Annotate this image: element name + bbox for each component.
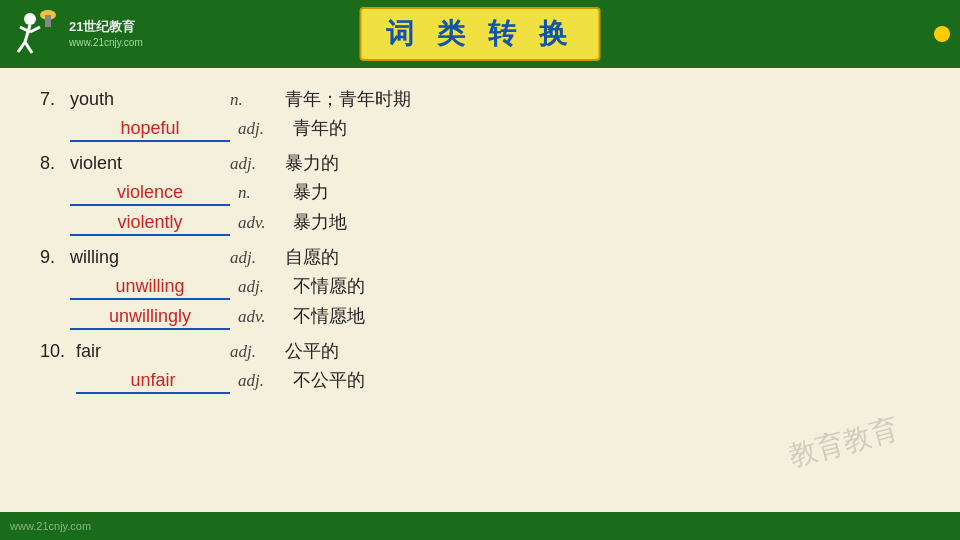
title-box: 词 类 转 换 [360,7,601,61]
item-8-chinese: 暴力的 [285,151,920,175]
item-10-chinese: 公平的 [285,339,920,363]
item-9-answer-1-word: unwilling [70,276,230,300]
vocab-item-8-main: 8. violent adj. 暴力的 [40,148,920,178]
item-9-word: willing [70,247,230,268]
item-9-answer-2-word: unwillingly [70,306,230,330]
item-10-number: 10. [40,341,76,362]
item-10-word: fair [76,341,230,362]
item-10-answer-1-chinese: 不公平的 [293,368,920,392]
vocab-item-7-answer-1: hopeful adj. 青年的 [40,114,920,144]
item-9-answer-1-pos: adj. [238,277,293,297]
bottom-text: www.21cnjy.com [10,520,91,532]
svg-rect-0 [10,7,65,62]
vocab-item-10-answer-1: unfair adj. 不公平的 [40,366,920,396]
item-7-answer-1-word: hopeful [70,118,230,142]
item-9-pos: adj. [230,248,285,268]
item-7-word: youth [70,89,230,110]
item-7-chinese: 青年；青年时期 [285,87,920,111]
item-9-chinese: 自愿的 [285,245,920,269]
vocab-item-9-answer-1: unwilling adj. 不情愿的 [40,272,920,302]
logo-area: 21世纪教育 www.21cnjy.com [10,7,143,62]
item-10-answer-1-word: unfair [76,370,230,394]
vocab-item-8-answer-2: violently adv. 暴力地 [40,208,920,238]
item-8-pos: adj. [230,154,285,174]
page-title: 词 类 转 换 [386,18,575,49]
watermark: 教育教育 [785,410,903,476]
vocab-item-7-main: 7. youth n. 青年；青年时期 [40,84,920,114]
item-7-pos: n. [230,90,285,110]
logo-line1: 21世纪教育 [69,19,143,36]
logo-line2: www.21cnjy.com [69,36,143,49]
item-10-answer-1-pos: adj. [238,371,293,391]
vocab-item-8-answer-1: violence n. 暴力 [40,178,920,208]
item-8-answer-2-word: violently [70,212,230,236]
header: 21世纪教育 www.21cnjy.com 词 类 转 换 [0,0,960,68]
logo-icon [10,7,65,62]
item-8-answer-1-chinese: 暴力 [293,180,920,204]
content-area: 7. youth n. 青年；青年时期 hopeful adj. 青年的 8. … [0,68,960,512]
svg-rect-8 [45,15,51,27]
item-8-answer-2-pos: adv. [238,213,293,233]
item-9-number: 9. [40,247,70,268]
vocab-item-9-main: 9. willing adj. 自愿的 [40,242,920,272]
vocab-item-10-main: 10. fair adj. 公平的 [40,336,920,366]
item-7-number: 7. [40,89,70,110]
bottom-bar: www.21cnjy.com [0,512,960,540]
header-dot [934,26,950,42]
vocab-item-9-answer-2: unwillingly adv. 不情愿地 [40,302,920,332]
item-7-answer-1-pos: adj. [238,119,293,139]
item-8-answer-1-pos: n. [238,183,293,203]
item-8-answer-1-word: violence [70,182,230,206]
item-9-answer-1-chinese: 不情愿的 [293,274,920,298]
svg-point-1 [24,13,36,25]
item-9-answer-2-pos: adv. [238,307,293,327]
item-9-answer-2-chinese: 不情愿地 [293,304,920,328]
item-8-answer-2-chinese: 暴力地 [293,210,920,234]
item-7-answer-1-chinese: 青年的 [293,116,920,140]
item-8-word: violent [70,153,230,174]
item-8-number: 8. [40,153,70,174]
main-container: 21世纪教育 www.21cnjy.com 词 类 转 换 7. youth n… [0,0,960,540]
item-10-pos: adj. [230,342,285,362]
